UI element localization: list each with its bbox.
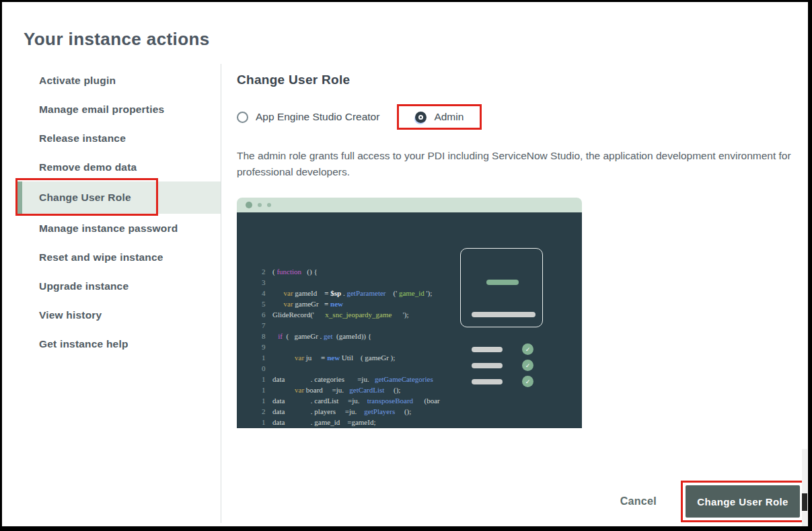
radio-admin[interactable]: Admin xyxy=(415,111,464,123)
window-dot-icon xyxy=(258,203,262,207)
checklist-card: ✓✓✓ xyxy=(460,248,543,327)
card-item-pill xyxy=(472,363,503,368)
scrollbar-track[interactable] xyxy=(802,449,807,526)
sidebar-item-label: Remove demo data xyxy=(39,161,137,173)
sidebar-item-manage-instance-password[interactable]: Manage instance password xyxy=(17,214,221,243)
card-title-pill xyxy=(486,280,519,285)
sidebar-item-release-instance[interactable]: Release instance xyxy=(17,124,221,153)
sidebar-item-activate-plugin[interactable]: Activate plugin xyxy=(17,66,221,95)
sidebar-item-reset-and-wipe-instance[interactable]: Reset and wipe instance xyxy=(17,243,221,272)
mock-browser-titlebar xyxy=(237,198,582,212)
card-item-pill xyxy=(472,347,503,352)
sidebar-item-upgrade-instance[interactable]: Upgrade instance xyxy=(17,272,221,300)
card-item-pill xyxy=(472,379,503,384)
vertical-divider xyxy=(221,64,221,523)
check-icon: ✓ xyxy=(522,376,533,387)
sidebar: Activate pluginManage email propertiesRe… xyxy=(17,66,221,358)
sidebar-item-change-user-role[interactable]: Change User Role xyxy=(17,181,221,214)
selected-accent-bar xyxy=(17,181,22,214)
check-icon: ✓ xyxy=(522,343,533,355)
screenshot-frame: Your instance actions Activate pluginMan… xyxy=(0,0,812,531)
change-user-role-button[interactable]: Change User Role xyxy=(686,485,800,518)
role-radio-group: App Engine Studio Creator Admin xyxy=(237,102,805,132)
role-description: The admin role grants full access to you… xyxy=(237,148,805,180)
main-panel: Change User Role App Engine Studio Creat… xyxy=(237,66,805,522)
cancel-button[interactable]: Cancel xyxy=(620,495,657,507)
sidebar-item-manage-email-properties[interactable]: Manage email properties xyxy=(17,95,221,124)
code-editor-area: 2( function () {34 var gameId = $sp . ge… xyxy=(237,212,582,428)
annotation-box-admin: Admin xyxy=(397,104,482,130)
dialog-footer: Cancel Change User Role xyxy=(237,481,805,522)
sidebar-item-label: Change User Role xyxy=(39,192,131,204)
scrollbar-thumb[interactable] xyxy=(802,493,807,511)
sidebar-item-label: Get instance help xyxy=(39,338,128,350)
description-line: The admin role grants full access to you… xyxy=(237,148,805,164)
code-preview-image: 2( function () {34 var gameId = $sp . ge… xyxy=(237,198,582,428)
sidebar-item-get-instance-help[interactable]: Get instance help xyxy=(17,329,221,358)
sidebar-item-label: Upgrade instance xyxy=(39,280,128,292)
card-checklist: ✓✓✓ xyxy=(472,343,533,387)
annotation-box-submit: Change User Role xyxy=(681,481,805,522)
sidebar-item-label: Reset and wipe instance xyxy=(39,251,163,263)
sidebar-item-label: Activate plugin xyxy=(39,75,116,87)
sidebar-item-label: Manage email properties xyxy=(39,104,164,116)
radio-checked-icon[interactable] xyxy=(415,112,427,123)
panel-heading: Change User Role xyxy=(237,73,805,87)
window-dot-icon xyxy=(267,203,271,207)
instance-actions-dialog: Your instance actions Activate pluginMan… xyxy=(2,2,808,526)
radio-label: Admin xyxy=(434,111,464,123)
sidebar-item-label: Release instance xyxy=(39,132,126,145)
window-dot-icon xyxy=(246,202,252,208)
radio-label: App Engine Studio Creator xyxy=(256,111,379,123)
radio-app-engine-studio-creator[interactable]: App Engine Studio Creator xyxy=(237,111,379,123)
sidebar-item-remove-demo-data[interactable]: Remove demo data xyxy=(17,153,221,181)
radio-unchecked-icon[interactable] xyxy=(237,112,248,123)
card-subtitle-pill xyxy=(472,312,536,317)
page-title: Your instance actions xyxy=(24,29,210,50)
sidebar-item-label: Manage instance password xyxy=(39,222,178,235)
sidebar-item-view-history[interactable]: View history xyxy=(17,300,221,329)
check-icon: ✓ xyxy=(522,360,533,371)
sidebar-item-label: View history xyxy=(39,309,102,321)
description-line: professional developers. xyxy=(237,164,805,180)
